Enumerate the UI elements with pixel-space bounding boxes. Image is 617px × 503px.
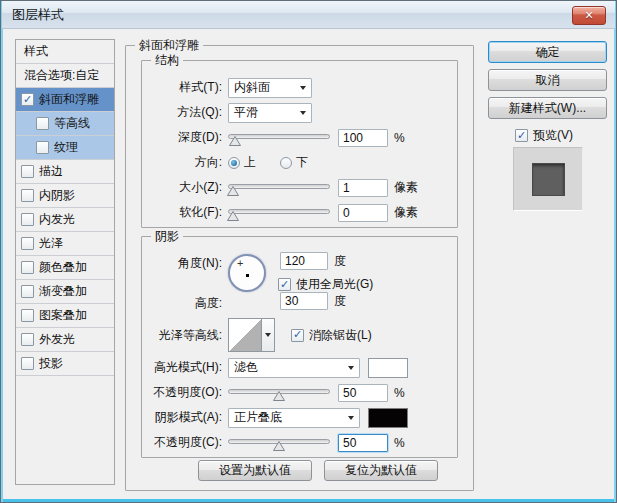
slider-handle[interactable]	[273, 391, 285, 401]
highlight-opacity-slider[interactable]	[228, 385, 330, 401]
shadow-opacity-input[interactable]	[338, 434, 388, 452]
sidebar-item-label: 渐变叠加	[39, 283, 87, 300]
sidebar-item-drop-shadow[interactable]: 投影	[16, 352, 114, 376]
preview-thumbnail-shape	[532, 163, 565, 196]
dropdown-arrow-icon	[300, 111, 306, 115]
set-default-label: 设置为默认值	[219, 462, 291, 479]
slider-handle[interactable]	[229, 136, 241, 146]
panel-title: 斜面和浮雕	[135, 38, 203, 52]
close-icon: ✕	[584, 10, 593, 21]
anti-alias-checkbox[interactable]: ✓	[291, 329, 304, 342]
sidebar-item-color-overlay[interactable]: 颜色叠加	[16, 256, 114, 280]
soften-input[interactable]	[338, 204, 388, 222]
titlebar[interactable]: 图层样式 ✕	[2, 1, 615, 29]
sidebar-item-inner-glow[interactable]: 内发光	[16, 208, 114, 232]
shadow-color-swatch[interactable]	[368, 408, 408, 428]
cancel-button[interactable]: 取消	[488, 69, 607, 91]
highlight-color-swatch[interactable]	[368, 358, 408, 378]
sidebar-item-label: 描边	[39, 163, 63, 180]
preview-label: 预览(V)	[533, 127, 573, 144]
depth-slider[interactable]	[228, 130, 330, 146]
pattern-overlay-checkbox[interactable]	[21, 309, 34, 322]
inner-glow-checkbox[interactable]	[21, 213, 34, 226]
slider-track	[228, 209, 330, 214]
size-input[interactable]	[338, 179, 388, 197]
slider-handle[interactable]	[227, 186, 239, 196]
direction-up-radio[interactable]	[228, 157, 240, 169]
sidebar-item-bevel-emboss[interactable]: ✓ 斜面和浮雕	[16, 88, 114, 112]
depth-input[interactable]	[338, 129, 388, 147]
size-label: 大小(Z):	[152, 179, 222, 196]
sidebar-item-satin[interactable]: 光泽	[16, 232, 114, 256]
sidebar-item-label: 混合选项:自定	[24, 67, 99, 84]
highlight-opacity-input[interactable]	[338, 384, 388, 402]
direction-down-label: 下	[296, 154, 308, 171]
dropdown-arrow-icon	[348, 366, 354, 370]
sidebar-item-label: 颜色叠加	[39, 259, 87, 276]
check-icon: ✓	[23, 94, 32, 105]
new-style-button[interactable]: 新建样式(W)...	[488, 97, 607, 119]
gloss-contour-label: 光泽等高线:	[152, 327, 222, 344]
angle-input[interactable]	[280, 252, 328, 270]
close-button[interactable]: ✕	[572, 6, 606, 25]
outer-glow-checkbox[interactable]	[21, 333, 34, 346]
angle-unit: 度	[334, 253, 346, 270]
highlight-opacity-label: 不透明度(O):	[152, 384, 222, 401]
drop-shadow-checkbox[interactable]	[21, 357, 34, 370]
technique-select[interactable]: 平滑	[228, 103, 312, 123]
sidebar-item-blending-options[interactable]: 混合选项:自定	[16, 64, 114, 88]
preview-checkbox[interactable]: ✓	[515, 129, 528, 142]
shadow-opacity-label: 不透明度(C):	[152, 434, 222, 451]
direction-label: 方向:	[152, 154, 222, 171]
sidebar-item-texture[interactable]: 纹理	[16, 136, 114, 160]
style-select[interactable]: 内斜面	[228, 78, 312, 98]
angle-center-dot	[246, 274, 249, 277]
soften-unit: 像素	[394, 204, 418, 221]
highlight-mode-label: 高光模式(H):	[152, 359, 222, 376]
angle-dial[interactable]: +	[228, 254, 266, 292]
texture-checkbox[interactable]	[36, 141, 49, 154]
stroke-checkbox[interactable]	[21, 165, 34, 178]
bevel-emboss-checkbox[interactable]: ✓	[21, 93, 34, 106]
angle-label: 角度(N):	[152, 255, 222, 272]
color-overlay-checkbox[interactable]	[21, 261, 34, 274]
sidebar-item-label: 投影	[39, 355, 63, 372]
slider-handle[interactable]	[227, 211, 239, 221]
set-default-button[interactable]: 设置为默认值	[198, 460, 312, 481]
angle-crosshair-icon: +	[237, 258, 243, 269]
sidebar-item-contour[interactable]: 等高线	[16, 112, 114, 136]
technique-select-value: 平滑	[234, 104, 258, 121]
satin-checkbox[interactable]	[21, 237, 34, 250]
shadow-mode-label: 阴影模式(A):	[152, 409, 222, 426]
shadow-opacity-slider[interactable]	[228, 435, 330, 451]
new-style-label: 新建样式(W)...	[509, 100, 586, 117]
direction-down-radio[interactable]	[280, 157, 292, 169]
sidebar-item-gradient-overlay[interactable]: 渐变叠加	[16, 280, 114, 304]
depth-label: 深度(D):	[152, 129, 222, 146]
sidebar-item-styles[interactable]: 样式	[16, 40, 114, 64]
inner-shadow-checkbox[interactable]	[21, 189, 34, 202]
soften-slider[interactable]	[228, 205, 330, 221]
use-global-light-checkbox[interactable]: ✓	[278, 278, 291, 291]
check-icon: ✓	[280, 279, 289, 290]
highlight-opacity-unit: %	[394, 386, 405, 400]
contour-checkbox[interactable]	[36, 117, 49, 130]
reset-default-button[interactable]: 复位为默认值	[324, 460, 438, 481]
gloss-contour-swatch[interactable]	[228, 318, 262, 352]
ok-button[interactable]: 确定	[488, 41, 607, 63]
sidebar-item-label: 等高线	[54, 115, 90, 132]
slider-track	[228, 184, 330, 189]
sidebar-item-inner-shadow[interactable]: 内阴影	[16, 184, 114, 208]
gradient-overlay-checkbox[interactable]	[21, 285, 34, 298]
shadow-mode-select[interactable]: 正片叠底	[228, 408, 360, 428]
slider-handle[interactable]	[273, 441, 285, 451]
sidebar-item-stroke[interactable]: 描边	[16, 160, 114, 184]
sidebar-item-pattern-overlay[interactable]: 图案叠加	[16, 304, 114, 328]
altitude-input[interactable]	[280, 292, 328, 310]
gloss-contour-dropdown-button[interactable]	[262, 318, 275, 352]
sidebar-item-outer-glow[interactable]: 外发光	[16, 328, 114, 352]
size-slider[interactable]	[228, 180, 330, 196]
highlight-mode-select[interactable]: 滤色	[228, 358, 360, 378]
ok-label: 确定	[536, 44, 560, 61]
check-icon: ✓	[517, 130, 526, 141]
